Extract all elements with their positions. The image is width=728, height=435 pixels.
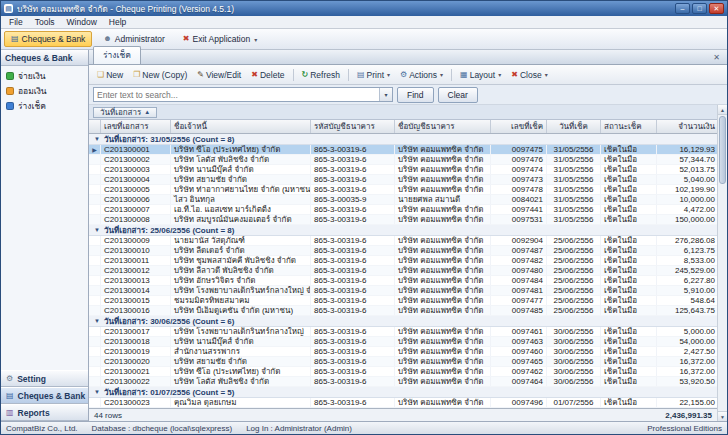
maximize-button[interactable]: □ bbox=[692, 3, 707, 14]
layout-button[interactable]: ▦Layout▾ bbox=[456, 69, 505, 81]
row-indicator-icon bbox=[89, 165, 101, 174]
row-indicator-icon: ▶ bbox=[89, 145, 101, 154]
exit-application-button[interactable]: ✖Exit Application▾ bbox=[176, 31, 264, 47]
cell: 5,040.00 bbox=[657, 175, 717, 184]
column-header-1[interactable]: เลขที่เอกสาร bbox=[101, 120, 171, 133]
draft-cheque-icon bbox=[6, 102, 14, 110]
table-row[interactable]: C201300012บริษัท ลีลาวดี พับลิชชิ่ง จำกั… bbox=[89, 266, 717, 276]
sidebar-section-setting[interactable]: ⚙Setting bbox=[1, 370, 88, 387]
column-header-8[interactable]: จำนวนเงิน bbox=[657, 120, 717, 133]
group-header-row[interactable]: ▼วันที่เอกสาร: 25/06/2556 (Count = 8) bbox=[89, 225, 717, 236]
print-button[interactable]: ▤Print▾ bbox=[353, 69, 394, 81]
cell: 25/06/2556 bbox=[547, 306, 601, 315]
new-document-icon: ❏ bbox=[97, 71, 104, 79]
table-row[interactable]: C201300017บริษัท โรงพยาบาลเด็กรินทร์กลาง… bbox=[89, 327, 717, 337]
new-button[interactable]: ❏New bbox=[93, 69, 127, 81]
cell: เช็คในมือ bbox=[601, 145, 657, 154]
close-button[interactable]: ✖Close▾ bbox=[507, 69, 551, 81]
grid: วันที่เอกสาร ▲ เลขที่เอกสารชื่อเจ้าหนี้ร… bbox=[89, 105, 727, 421]
sidebar-section-reports[interactable]: ▥Reports bbox=[1, 404, 88, 421]
table-row[interactable]: C201300003บริษัท นานมีบุ๊คส์ จำกัด865-3-… bbox=[89, 165, 717, 175]
table-row[interactable]: C201300018บริษัท นานมีบุ๊คส์ จำกัด865-3-… bbox=[89, 337, 717, 347]
close-tab-icon[interactable]: ✕ bbox=[710, 53, 723, 64]
table-row[interactable]: C201300008บริษัท สมบูรณ์มั่นคงมอเตอร์ จำ… bbox=[89, 215, 717, 225]
column-header-6[interactable]: วันที่เช็ค bbox=[547, 120, 601, 133]
group-by-chip[interactable]: วันที่เอกสาร ▲ bbox=[93, 107, 157, 118]
cell: 25/06/2556 bbox=[547, 296, 601, 305]
sidebar-item-2[interactable]: ออมเงิน bbox=[1, 83, 88, 98]
cell: 0097481 bbox=[491, 286, 547, 295]
cell: 54,000.00 bbox=[657, 337, 717, 346]
sidebar-item-1[interactable]: จ่ายเงิน bbox=[1, 68, 88, 83]
refresh-button[interactable]: ↻Refresh bbox=[298, 69, 344, 81]
new-copy-button[interactable]: ❐New (Copy) bbox=[129, 69, 191, 81]
actions-button[interactable]: ⚙Actions▾ bbox=[396, 69, 447, 81]
column-header-3[interactable]: รหัสบัญชีธนาคาร bbox=[311, 120, 395, 133]
column-header-7[interactable]: สถานะเช็ค bbox=[601, 120, 657, 133]
cell: 31/05/2556 bbox=[547, 155, 601, 164]
clear-button[interactable]: Clear bbox=[438, 87, 478, 103]
search-dropdown-icon[interactable]: ▾ bbox=[379, 88, 392, 101]
sidebar-item-3[interactable]: ร่างเช็ค bbox=[1, 98, 88, 113]
table-row[interactable]: C201300023คุณวิมล ดุลยเกษม865-3-00319-6บ… bbox=[89, 398, 717, 408]
cell: C201300023 bbox=[101, 398, 171, 407]
view-edit-button[interactable]: ✎View/Edit bbox=[193, 69, 245, 81]
table-row[interactable]: C201300006ไสว อินทกุล865-3-00035-9นายยศพ… bbox=[89, 195, 717, 205]
table-row[interactable]: C201300007เอ.ที.ไอ. แอสเซท มาร์เก็ตติ้ง8… bbox=[89, 205, 717, 215]
cell: 5,000.00 bbox=[657, 327, 717, 336]
cell: บริษัท ลีดเดอร์ จำกัด bbox=[171, 246, 311, 255]
table-row[interactable]: C201300011บริษัท ชุมพลสามัคคี พับลิชชิ่ง… bbox=[89, 256, 717, 266]
search-input[interactable] bbox=[94, 90, 379, 100]
menu-help[interactable]: Help bbox=[103, 17, 132, 27]
minimize-button[interactable]: – bbox=[675, 3, 690, 14]
cheques-bank-button[interactable]: ▤Cheques & Bank bbox=[4, 31, 92, 47]
cell: บริษัท คอมแพทซิค จำกัด bbox=[395, 286, 491, 295]
status-database: Database : dbcheque (local\sqlexpress) bbox=[92, 424, 233, 433]
close-button[interactable]: ✕ bbox=[709, 3, 724, 14]
vertical-scrollbar[interactable]: ▲ ▼ bbox=[717, 105, 727, 421]
table-row[interactable]: C201300002บริษัท โลตัส พับลิชชิ่ง จำกัด8… bbox=[89, 155, 717, 165]
table-row[interactable]: C201300021บริษัท ซีโอ (ประเทศไทย) จำกัด8… bbox=[89, 367, 717, 377]
cell: 30/06/2556 bbox=[547, 327, 601, 336]
table-row[interactable]: C201300010บริษัท ลีดเดอร์ จำกัด865-3-003… bbox=[89, 246, 717, 256]
sidebar-section-cheques-bank[interactable]: ▤Cheques & Bank bbox=[1, 387, 88, 404]
table-row[interactable]: C201300016บริษัท บีเอ็มดูเคชั่น จำกัด (ม… bbox=[89, 306, 717, 316]
menu-tools[interactable]: Tools bbox=[29, 17, 61, 27]
table-row[interactable]: ▶C201300001บริษัท ซีโอ (ประเทศไทย) จำกัด… bbox=[89, 145, 717, 155]
menu-file[interactable]: File bbox=[3, 17, 29, 27]
table-row[interactable]: C201300019สำนักงานสรรพากร865-3-00319-6บร… bbox=[89, 347, 717, 357]
menu-window[interactable]: Window bbox=[61, 17, 103, 27]
cell: 0097484 bbox=[491, 276, 547, 285]
cell: 6,123.75 bbox=[657, 246, 717, 255]
cell: บริษัท คอมแพทซิค จำกัด bbox=[395, 155, 491, 164]
cell: 865-3-00319-6 bbox=[311, 236, 395, 245]
column-header-5[interactable]: เลขที่เช็ค bbox=[491, 120, 547, 133]
find-button[interactable]: Find bbox=[397, 87, 434, 103]
cell: เช็คในมือ bbox=[601, 246, 657, 255]
table-row[interactable]: C201300022บริษัท โลตัส พับลิชชิ่ง จำกัด8… bbox=[89, 377, 717, 387]
table-row[interactable]: C201300015ชมรมมิตรทิพยสมาคม865-3-00319-6… bbox=[89, 296, 717, 306]
group-header-row[interactable]: ▼วันที่เอกสาร: 31/05/2556 (Count = 8) bbox=[89, 134, 717, 145]
group-header-row[interactable]: ▼วันที่เอกสาร: 30/06/2556 (Count = 6) bbox=[89, 316, 717, 327]
table-row[interactable]: C201300009นายมานัส วัสดุภัณฑ์865-3-00319… bbox=[89, 236, 717, 246]
scroll-down-icon[interactable]: ▼ bbox=[718, 411, 727, 421]
scroll-up-icon[interactable]: ▲ bbox=[718, 105, 727, 115]
table-row[interactable]: C201300014บริษัท โรงพยาบาลเด็กรินทร์กลาง… bbox=[89, 286, 717, 296]
column-header-2[interactable]: ชื่อเจ้าหนี้ bbox=[171, 120, 311, 133]
scrollbar-thumb[interactable] bbox=[719, 116, 726, 184]
group-header-row[interactable]: ▼วันที่เอกสาร: 01/07/2556 (Count = 5) bbox=[89, 387, 717, 398]
tab-draft-cheque[interactable]: ร่างเช็ค bbox=[93, 46, 141, 64]
cell: บริษัท คอมแพทซิค จำกัด bbox=[395, 357, 491, 366]
cell: 01/07/2556 bbox=[547, 398, 601, 407]
administrator-button[interactable]: ☻Administrator bbox=[96, 31, 172, 47]
table-row[interactable]: C201300013บริษัท อักษรวิจิตร จำกัด865-3-… bbox=[89, 276, 717, 286]
cell: 865-3-00319-6 bbox=[311, 367, 395, 376]
table-row[interactable]: C201300005บริษัท ท่าอากาศยานไทย จำกัด (ม… bbox=[89, 185, 717, 195]
table-row[interactable]: C201300004บริษัท สยามชัย จำกัด865-3-0031… bbox=[89, 175, 717, 185]
delete-button[interactable]: ✖Delete bbox=[247, 69, 288, 81]
column-header-4[interactable]: ชื่อบัญชีธนาคาร bbox=[395, 120, 491, 133]
cell: 0097478 bbox=[491, 185, 547, 194]
cell: เช็คในมือ bbox=[601, 306, 657, 315]
cell: C201300009 bbox=[101, 236, 171, 245]
table-row[interactable]: C201300020บริษัท สยามชัย จำกัด865-3-0031… bbox=[89, 357, 717, 367]
